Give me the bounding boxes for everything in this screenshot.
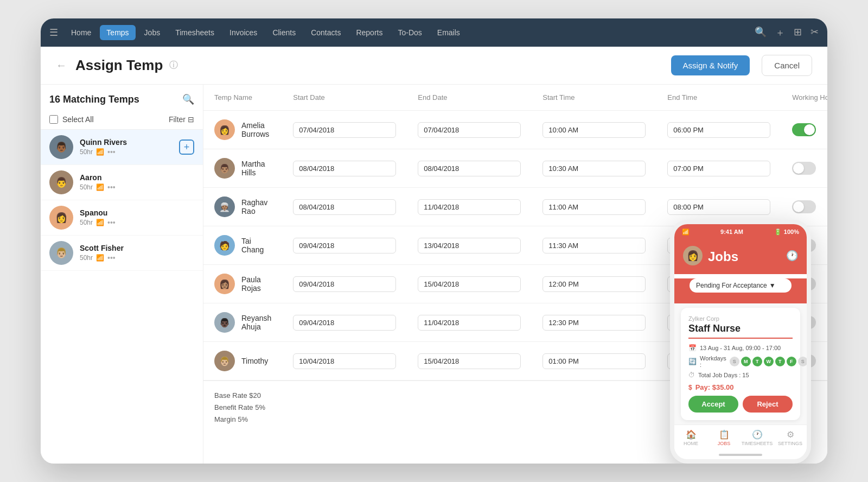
end-time-input[interactable]	[667, 122, 770, 138]
more-icon[interactable]: •••	[107, 218, 116, 227]
page-header: ← Assign Temp ⓘ Assign & Notify Cancel	[41, 47, 827, 85]
sidebar-search-icon[interactable]: 🔍	[182, 93, 194, 105]
start-time-input[interactable]	[542, 315, 646, 331]
working-hours-toggle[interactable]	[792, 123, 816, 136]
start-date-input[interactable]	[293, 122, 396, 138]
phone-nav-timesheets[interactable]: 🕐 TIMESHEETS	[741, 429, 774, 446]
temp-hours: 50hr	[80, 254, 93, 262]
add-icon[interactable]: ＋	[775, 26, 785, 39]
more-icon[interactable]: •••	[107, 253, 116, 262]
nav-item-todos[interactable]: To-Dos	[391, 25, 428, 40]
start-time-input[interactable]	[542, 161, 646, 176]
list-item[interactable]: 👨🏼 Scott Fisher 50hr 📶 •••	[41, 236, 203, 271]
signal-icon: 📶	[96, 183, 104, 191]
phone-title: Jobs	[708, 249, 738, 264]
pay-row: $ Pay: $35.00	[688, 383, 793, 391]
nav-item-emails[interactable]: Emails	[431, 25, 467, 40]
end-date-input[interactable]	[418, 238, 521, 253]
temp-info: Quinn Rivers 50hr 📶 •••	[80, 138, 173, 156]
more-icon[interactable]: •••	[107, 148, 116, 156]
select-all-checkbox[interactable]	[49, 115, 58, 124]
start-date-input[interactable]	[293, 315, 396, 331]
end-date-input[interactable]	[418, 161, 521, 176]
select-all-row: Select All Filter ⊟	[41, 112, 203, 130]
end-date-input[interactable]	[418, 276, 521, 292]
start-time-input[interactable]	[542, 353, 646, 369]
back-button[interactable]: ←	[56, 59, 67, 72]
accept-button[interactable]: Accept	[688, 396, 738, 413]
list-item[interactable]: 👨 Aaron 50hr 📶 •••	[41, 165, 203, 200]
phone-filter-button[interactable]: Pending For Acceptance ▼	[690, 278, 792, 293]
toggle-knob	[793, 163, 804, 174]
list-item[interactable]: 👩 Spanou 50hr 📶 •••	[41, 200, 203, 236]
add-temp-button[interactable]: +	[179, 139, 194, 155]
working-hours-toggle[interactable]	[792, 162, 816, 175]
start-date-input[interactable]	[293, 199, 396, 215]
avatar: 🧑	[214, 235, 235, 256]
end-date-input[interactable]	[418, 122, 521, 138]
phone-nav-home[interactable]: 🏠 HOME	[674, 429, 707, 446]
end-date-input[interactable]	[418, 199, 521, 215]
end-date-input[interactable]	[418, 315, 521, 331]
start-time-input[interactable]	[542, 238, 646, 253]
start-date-input[interactable]	[293, 353, 396, 369]
table-row[interactable]: 👨🏽 Martha Hills	[203, 149, 827, 188]
phone-bottom-nav: 🏠 HOME 📋 JOBS 🕐 TIMESHEETS ⚙ SETTINGS	[674, 424, 807, 451]
search-icon[interactable]: 🔍	[755, 26, 767, 39]
start-date-input[interactable]	[293, 238, 396, 253]
start-date-input[interactable]	[293, 161, 396, 176]
temp-name-cell: 👳🏽 Raghav Rao	[214, 196, 271, 217]
list-item[interactable]: 👨🏾 Quinn Rivers 50hr 📶 ••• +	[41, 130, 203, 165]
reject-button[interactable]: Reject	[743, 396, 793, 413]
settings-icon[interactable]: ✂	[810, 26, 819, 39]
filter-label: Pending For Acceptance	[696, 282, 767, 289]
nav-item-reports[interactable]: Reports	[349, 25, 389, 40]
sidebar-header: 16 Matching Temps 🔍	[41, 93, 203, 112]
assign-notify-button[interactable]: Assign & Notify	[671, 55, 750, 75]
start-time-input[interactable]	[542, 122, 646, 138]
nav-item-temps[interactable]: Temps	[100, 25, 135, 40]
table-row[interactable]: 👩 Amelia Burrows	[203, 111, 827, 149]
phone-nav-jobs[interactable]: 📋 JOBS	[707, 429, 741, 446]
workdays-label: Workdays :	[700, 355, 726, 368]
more-icon[interactable]: •••	[107, 183, 116, 192]
nav-item-contacts[interactable]: Contacts	[304, 25, 347, 40]
avatar: 👨🏼	[214, 351, 235, 371]
temp-name: Raghav Rao	[241, 198, 271, 215]
main-container: ☰ Home Temps Jobs Timesheets Invoices Cl…	[41, 18, 827, 464]
day-f: F	[787, 357, 796, 366]
total-icon: ⏱	[688, 371, 695, 379]
start-time-input[interactable]	[542, 199, 646, 215]
end-time-input[interactable]	[667, 199, 770, 215]
filter-icon: ⊟	[188, 115, 194, 124]
pay-icon: $	[688, 384, 692, 391]
nav-item-timesheets[interactable]: Timesheets	[169, 25, 221, 40]
start-date-input[interactable]	[293, 276, 396, 292]
temp-meta: 50hr 📶 •••	[80, 218, 194, 227]
phone-nav-settings[interactable]: ⚙ SETTINGS	[774, 429, 807, 446]
nav-item-invoices[interactable]: Invoices	[223, 25, 264, 40]
temp-name: Paula Rojas	[241, 275, 271, 293]
screen-icon[interactable]: ⊞	[794, 26, 802, 39]
end-time-input[interactable]	[667, 161, 770, 176]
matching-count: 16 Matching Temps	[49, 94, 139, 105]
clock-icon[interactable]: 🕐	[786, 250, 798, 262]
wifi-signal-icon: 📶	[682, 229, 690, 236]
start-time-input[interactable]	[542, 276, 646, 292]
select-all-label[interactable]: Select All	[62, 115, 94, 124]
info-icon[interactable]: ⓘ	[169, 60, 178, 71]
top-navigation: ☰ Home Temps Jobs Timesheets Invoices Cl…	[41, 18, 827, 47]
temp-list: 👨🏾 Quinn Rivers 50hr 📶 ••• + 👨	[41, 130, 203, 455]
nav-item-clients[interactable]: Clients	[266, 25, 302, 40]
day-s1: S	[730, 357, 739, 366]
nav-item-jobs[interactable]: Jobs	[138, 25, 167, 40]
hamburger-icon[interactable]: ☰	[49, 27, 58, 39]
date-range-row: 📅 13 Aug - 31 Aug, 09:00 - 17:00	[688, 344, 793, 352]
filter-label: Filter	[169, 115, 186, 124]
temp-name: Tai Chang	[241, 237, 271, 254]
cancel-button[interactable]: Cancel	[762, 55, 812, 76]
nav-item-home[interactable]: Home	[65, 25, 98, 40]
filter-button[interactable]: Filter ⊟	[169, 115, 194, 124]
end-date-input[interactable]	[418, 353, 521, 369]
working-hours-toggle[interactable]	[792, 200, 816, 213]
